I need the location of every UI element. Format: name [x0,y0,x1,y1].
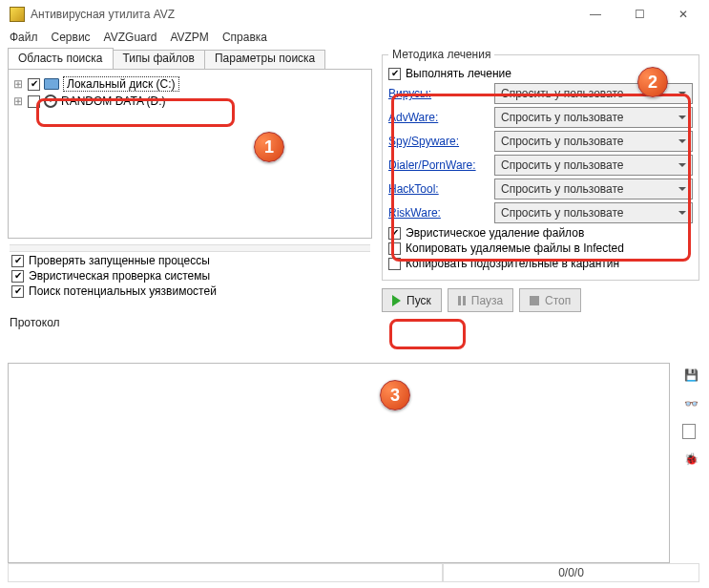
bug-icon[interactable]: 🐞 [682,451,699,468]
checkbox-disk-c[interactable] [28,78,40,91]
action-buttons: Пуск Пауза Стоп [382,288,699,312]
checkbox-icon [388,227,401,240]
start-button[interactable]: Пуск [382,288,442,312]
badge-3: 3 [380,380,410,410]
glasses-icon[interactable]: 👓 [682,395,699,412]
stop-icon [530,296,539,305]
link-viruses[interactable]: Вирусы: [388,87,489,100]
menu-avzguard[interactable]: AVZGuard [104,31,157,44]
check-vulnerabilities[interactable]: Поиск потенциальных уязвимостей [11,284,372,298]
tree-expand-icon[interactable]: ⊞ [12,77,24,91]
cdrom-icon [44,94,57,108]
link-hacktool[interactable]: HackTool: [388,182,489,196]
link-adware[interactable]: AdvWare: [388,111,489,124]
link-riskware[interactable]: RiskWare: [388,206,489,220]
check-heuristic-delete[interactable]: Эвристическое удаление файлов [388,226,693,240]
menu-file[interactable]: Файл [10,31,38,44]
pause-button[interactable]: Пауза [448,288,513,312]
menubar: Файл Сервис AVZGuard AVZPM Справка [0,29,709,48]
maximize-button[interactable]: ☐ [617,1,661,28]
combo-hacktool[interactable]: Спросить у пользовате [494,178,693,200]
progress-cell [8,564,443,582]
checkbox-icon [388,258,401,270]
check-processes[interactable]: Проверять запущенные процессы [11,254,372,267]
check-copy-infected[interactable]: Копировать удаляемые файлы в Infected [388,242,693,255]
drive-tree[interactable]: ⊞ Локальный диск (C:) ⊞ RANDOM DATA (D:) [8,69,372,239]
menu-service[interactable]: Сервис [52,31,91,44]
side-toolbar: 💾 👓 🐞 [682,367,699,468]
checkbox-icon [11,285,24,298]
status-counts: 0/0/0 [443,564,699,582]
minimize-button[interactable]: — [573,1,617,28]
tree-expand-icon[interactable]: ⊞ [12,94,24,108]
checkbox-icon [11,270,24,283]
menu-avzpm[interactable]: AVZPM [170,31,208,44]
app-icon [10,7,25,22]
link-spyware[interactable]: Spy/Spyware: [388,135,489,148]
label-cdrom: RANDOM DATA (D:) [61,94,166,108]
check-copy-quarantine[interactable]: Копировать подозрительные в карантин [388,257,693,270]
titlebar: Антивирусная утилита AVZ — ☐ ✕ [0,0,709,29]
badge-1: 1 [254,132,284,162]
document-icon[interactable] [682,424,696,439]
combo-riskware[interactable]: Спросить у пользовате [494,202,693,223]
save-icon[interactable]: 💾 [682,367,699,384]
pause-icon [458,296,466,305]
tab-search-params[interactable]: Параметры поиска [204,50,325,71]
combo-spyware[interactable]: Спросить у пользовате [494,131,693,152]
protocol-textarea[interactable] [8,363,670,563]
disk-icon [44,78,59,90]
window-title: Антивирусная утилита AVZ [31,8,573,21]
check-heuristic-system[interactable]: Эвристическая проверка системы [11,269,372,283]
combo-adware[interactable]: Спросить у пользовате [494,107,693,128]
tab-file-types[interactable]: Типы файлов [113,50,205,71]
close-button[interactable]: ✕ [661,1,705,28]
checkbox-icon [388,68,401,80]
label-disk-c: Локальный диск (C:) [63,76,179,92]
tree-row-disk-c[interactable]: ⊞ Локальный диск (C:) [12,75,367,93]
treatment-legend: Методика лечения [388,48,494,61]
tree-row-cdrom[interactable]: ⊞ RANDOM DATA (D:) [12,93,367,110]
tab-search-area[interactable]: Область поиска [8,48,114,69]
checkbox-icon [388,242,401,255]
checkbox-cdrom[interactable] [28,95,40,108]
badge-2: 2 [637,67,668,97]
combo-dialer[interactable]: Спросить у пользовате [494,155,693,176]
left-tabs: Область поиска Типы файлов Параметры пои… [8,48,372,69]
menu-help[interactable]: Справка [222,31,267,44]
statusbar: 0/0/0 [8,563,699,582]
protocol-label: Протокол [10,316,709,329]
play-icon [392,295,401,306]
stop-button[interactable]: Стоп [519,288,581,312]
link-dialer[interactable]: Dialer/PornWare: [388,158,489,172]
splitter[interactable] [10,244,370,252]
checkbox-icon [11,255,24,267]
